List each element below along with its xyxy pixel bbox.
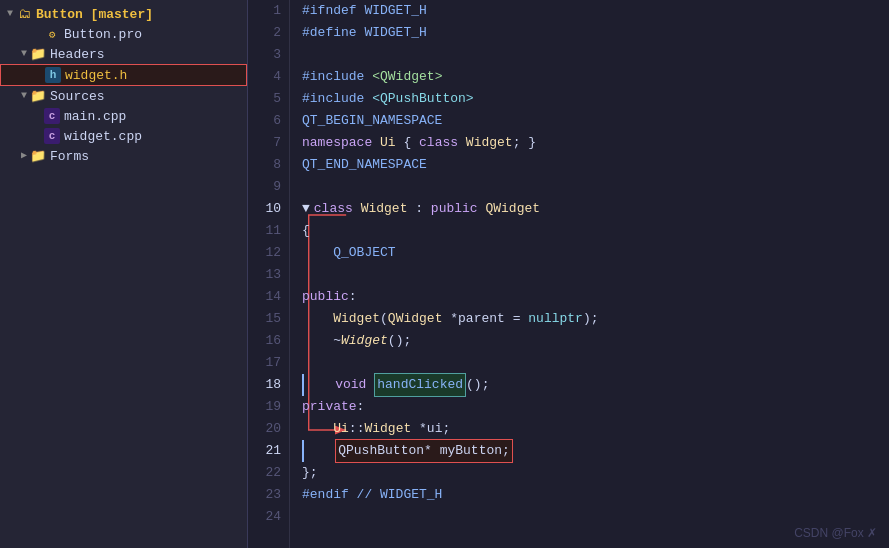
sidebar-item-button-master[interactable]: ▼ 🗂 Button [master] xyxy=(0,4,247,24)
code-line-10: ▼class Widget : public QWidget xyxy=(302,198,889,220)
code-line-9 xyxy=(302,176,889,198)
token xyxy=(302,242,333,264)
line-num-6: 6 xyxy=(248,110,281,132)
token xyxy=(302,418,333,440)
code-line-19: private: xyxy=(302,396,889,418)
token: Ui xyxy=(333,418,349,440)
code-line-13 xyxy=(302,264,889,286)
line-num-15: 15 xyxy=(248,308,281,330)
token-mybutton: QPushButton* myButton; xyxy=(335,439,513,463)
token: nullptr xyxy=(528,308,583,330)
sidebar: ▼ 🗂 Button [master] ▶ ⚙ Button.pro ▼ 📁 H… xyxy=(0,0,248,548)
sidebar-item-widget-cpp[interactable]: ▶ c widget.cpp xyxy=(0,126,247,146)
code-line-3 xyxy=(302,44,889,66)
code-line-6: QT_BEGIN_NAMESPACE xyxy=(302,110,889,132)
watermark: CSDN @Fox ✗ xyxy=(794,526,877,540)
label-widget-cpp: widget.cpp xyxy=(64,129,142,144)
token: Widget xyxy=(333,308,380,330)
sidebar-item-sources[interactable]: ▼ 📁 Sources xyxy=(0,86,247,106)
arrow-headers: ▼ xyxy=(18,48,30,60)
token xyxy=(302,308,333,330)
label-headers: Headers xyxy=(50,47,105,62)
token: : xyxy=(407,198,430,220)
token xyxy=(304,374,335,396)
code-line-4: #include <QWidget> xyxy=(302,66,889,88)
label-sources: Sources xyxy=(50,89,105,104)
code-line-20: Ui::Widget *ui; xyxy=(302,418,889,440)
token: : xyxy=(357,396,365,418)
line-num-13: 13 xyxy=(248,264,281,286)
folder-icon-button-master: 🗂 xyxy=(16,6,32,22)
code-line-15: Widget(QWidget *parent = nullptr); xyxy=(302,308,889,330)
folder-icon-forms: 📁 xyxy=(30,148,46,164)
label-forms: Forms xyxy=(50,149,89,164)
arrow-sources: ▼ xyxy=(18,90,30,102)
folder-icon-sources: 📁 xyxy=(30,88,46,104)
code-area: 1 2 3 4 5 6 7 8 9 10 11 12 13 14 15 16 1… xyxy=(248,0,889,548)
sidebar-item-main-cpp[interactable]: ▶ c main.cpp xyxy=(0,106,247,126)
token: }; xyxy=(302,462,318,484)
token: ( xyxy=(380,308,388,330)
token xyxy=(304,440,335,462)
sidebar-item-forms[interactable]: ▶ 📁 Forms xyxy=(0,146,247,166)
code-line-2: #define WIDGET_H xyxy=(302,22,889,44)
line-num-21: 21 xyxy=(248,440,281,462)
token: QWidget xyxy=(485,198,540,220)
token: ; } xyxy=(513,132,536,154)
token: Widget xyxy=(466,132,513,154)
label-button-master: Button [master] xyxy=(36,7,153,22)
code-line-1: #ifndef WIDGET_H xyxy=(302,0,889,22)
arrow-button-master: ▼ xyxy=(4,8,16,20)
token: Ui xyxy=(380,132,396,154)
line-num-1: 1 xyxy=(248,0,281,22)
token: parent xyxy=(458,308,505,330)
token: { xyxy=(302,220,310,242)
token: QT_END_NAMESPACE xyxy=(302,154,427,176)
line-num-8: 8 xyxy=(248,154,281,176)
code-line-24 xyxy=(302,506,889,528)
code-line-21: QPushButton* myButton; xyxy=(302,440,889,462)
icon-widget-cpp: c xyxy=(44,128,60,144)
token: QT_BEGIN_NAMESPACE xyxy=(302,110,442,132)
token: { xyxy=(396,132,419,154)
icon-widget-h: h xyxy=(45,67,61,83)
token: * xyxy=(411,418,427,440)
code-line-23: #endif // WIDGET_H xyxy=(302,484,889,506)
code-line-14: public: xyxy=(302,286,889,308)
token: ); xyxy=(583,308,599,330)
code-line-17 xyxy=(302,352,889,374)
sidebar-item-button-pro[interactable]: ▶ ⚙ Button.pro xyxy=(0,24,247,44)
token: Widget xyxy=(361,198,408,220)
token: class xyxy=(419,132,466,154)
token: (); xyxy=(388,330,411,352)
line-num-24: 24 xyxy=(248,506,281,528)
token: #ifndef WIDGET_H xyxy=(302,0,427,22)
token: public xyxy=(302,286,349,308)
code-line-11: { xyxy=(302,220,889,242)
code-line-22: }; xyxy=(302,462,889,484)
icon-pro: ⚙ xyxy=(44,26,60,42)
line-num-2: 2 xyxy=(248,22,281,44)
token: <QPushButton> xyxy=(372,88,473,110)
token: #include xyxy=(302,66,372,88)
code-lines: #ifndef WIDGET_H #define WIDGET_H #inclu… xyxy=(290,0,889,548)
code-content: 1 2 3 4 5 6 7 8 9 10 11 12 13 14 15 16 1… xyxy=(248,0,889,548)
collapse-arrow-10: ▼ xyxy=(302,198,310,220)
label-widget-h: widget.h xyxy=(65,68,127,83)
token: (); xyxy=(466,374,489,396)
line-num-5: 5 xyxy=(248,88,281,110)
line-num-18: 18 xyxy=(248,374,281,396)
token: ; xyxy=(442,418,450,440)
line-num-3: 3 xyxy=(248,44,281,66)
label-button-pro: Button.pro xyxy=(64,27,142,42)
token: #endif // WIDGET_H xyxy=(302,484,442,506)
token: namespace xyxy=(302,132,380,154)
line-num-4: 4 xyxy=(248,66,281,88)
token: : xyxy=(349,286,357,308)
code-line-8: QT_END_NAMESPACE xyxy=(302,154,889,176)
line-num-7: 7 xyxy=(248,132,281,154)
token: ~ xyxy=(302,330,341,352)
sidebar-item-widget-h[interactable]: ▶ h widget.h xyxy=(0,64,247,86)
sidebar-item-headers[interactable]: ▼ 📁 Headers xyxy=(0,44,247,64)
token: :: xyxy=(349,418,365,440)
